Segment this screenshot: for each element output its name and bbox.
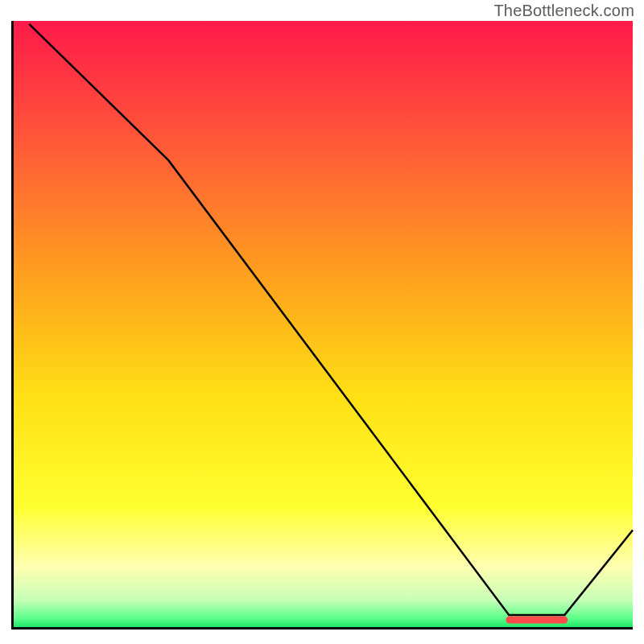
bottleneck-chart bbox=[0, 0, 644, 644]
chart-background bbox=[14, 21, 633, 627]
optimal-range-marker bbox=[506, 616, 568, 623]
